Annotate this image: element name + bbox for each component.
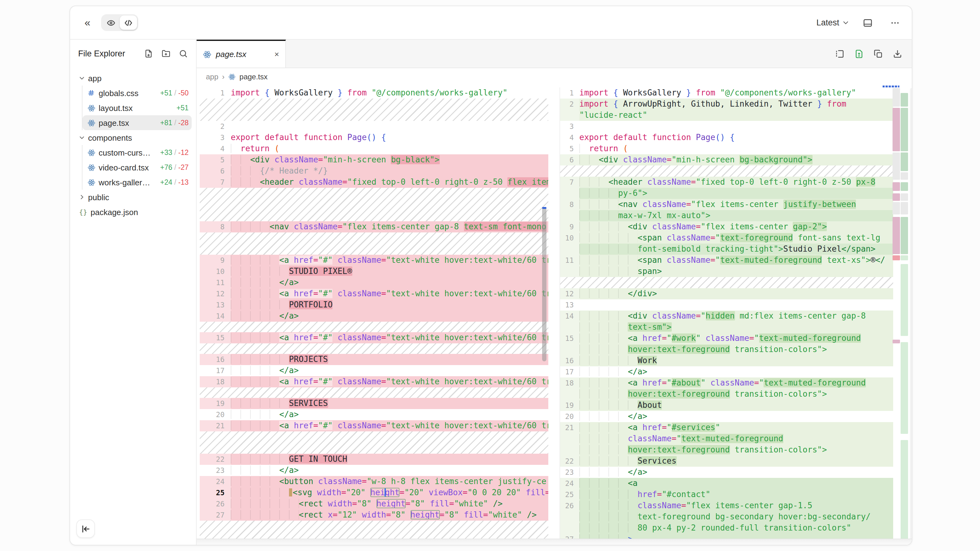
code-line[interactable]: 3 [560,121,893,132]
code-line[interactable]: 16 PROJECTS [200,354,548,365]
tab-page-tsx[interactable]: page.tsx × [197,40,286,68]
code-line[interactable]: 19 About [560,400,893,411]
code-line[interactable]: 18 <a href="#" className="text-white hov… [200,376,548,387]
collapsed-region[interactable] [200,232,548,255]
code-line[interactable]: 23 </a> [560,467,893,478]
code-line[interactable]: 19 SERVICES [200,398,548,409]
tree-file-custom-curs-[interactable]: custom-curs…+33 / -12 [83,145,192,160]
code-line[interactable]: 6 <div className="min-h-screen bg-backgr… [560,154,893,165]
code-line[interactable]: 24 <button className="w-8 h-8 flex items… [200,476,548,487]
collapsed-region[interactable] [200,431,548,454]
code-line[interactable]: 1import { WorksGallery } from "@/compone… [560,87,893,98]
preview-toggle-button[interactable] [102,16,120,30]
diff-minimap[interactable] [892,88,909,545]
code-wrap-row[interactable]: hover:text-foreground transition-colors"… [560,344,893,355]
collapsed-region[interactable] [200,322,548,332]
code-line[interactable]: 1import { WorksGallery } from "@/compone… [200,87,548,98]
code-line[interactable]: 14 <div className="hidden md:flex items-… [560,311,893,322]
code-wrap-row[interactable]: "lucide-react" [560,110,893,121]
tree-folder-components[interactable]: components [75,130,192,145]
new-folder-icon[interactable] [161,49,170,58]
code-line[interactable]: 2import { ArrowUpRight, Github, Linkedin… [560,98,893,110]
code-line[interactable]: 12 <a href="#" className="text-white hov… [200,288,548,299]
code-wrap-row[interactable]: 80 px-4 py-2 rounded-full transition-col… [560,522,893,534]
code-line[interactable]: 7 <header className="fixed top-0 left-0 … [200,177,548,188]
tree-folder-app[interactable]: app [75,71,192,86]
code-line[interactable]: 11 </a> [200,277,548,288]
code-wrap-row[interactable]: className="text-muted-foreground [560,433,893,445]
code-line[interactable]: 15 <a href="#work" className="text-muted… [560,333,893,344]
tree-file-package-json[interactable]: {}package.json [75,205,192,219]
diff-pane-old[interactable]: 1import { WorksGallery } from "@/compone… [200,87,548,539]
close-tab-icon[interactable]: × [274,50,279,58]
diff-pane-new[interactable]: 1import { WorksGallery } from "@/compone… [560,87,893,539]
search-icon[interactable] [179,49,188,58]
split-view-icon[interactable] [835,49,845,59]
code-line[interactable]: 27 <rect x="12" width="8" height="8" fil… [200,510,548,521]
code-line[interactable]: 17 </a> [560,366,893,378]
code-line[interactable]: 20 </a> [560,411,893,422]
code-line[interactable]: 12 </div> [560,288,893,299]
code-wrap-row[interactable]: hover:text-foreground transition-colors"… [560,445,893,456]
code-line[interactable]: 25 href="#contact" [560,489,893,500]
code-line[interactable]: 22 GET IN TOUCH [200,454,548,465]
tree-file-video-card-tsx[interactable]: video-card.tsx+76 / -27 [83,160,192,175]
code-wrap-row[interactable]: font-semibold tracking-tight">Studio Pix… [560,244,893,255]
collapsed-region[interactable] [200,387,548,398]
code-line[interactable]: 9 <a href="#" className="text-white hove… [200,255,548,266]
collapsed-region[interactable] [200,98,548,121]
code-line[interactable]: 10 <span className="text-foreground font… [560,232,893,244]
code-line[interactable]: 20 </a> [200,409,548,420]
code-line[interactable]: 23 </a> [200,465,548,476]
code-line[interactable]: 18 <a href="#about" className="text-mute… [560,378,893,389]
code-wrap-row[interactable]: text-foreground bg-secondary hover:bg-se… [560,511,893,522]
code-line[interactable]: 13 [560,299,893,311]
version-dropdown[interactable]: Latest [816,18,849,27]
file-diff-icon[interactable] [854,49,864,59]
code-line[interactable]: 9 <div className="flex items-center gap-… [560,221,893,232]
code-line[interactable]: 8 <nav className="flex items-center gap-… [200,221,548,232]
code-line[interactable]: 16 Work [560,355,893,366]
breadcrumb-parent[interactable]: app [206,73,218,81]
collapse-sidebar-button[interactable] [76,519,95,538]
code-line[interactable]: 6 {/* Header */} [200,165,548,177]
code-line[interactable]: 5 <div className="min-h-screen bg-black"… [200,154,548,165]
code-wrap-row[interactable]: hover:text-foreground transition-colors"… [560,389,893,400]
code-line[interactable]: 26 className="flex items-center gap-1.5 [560,500,893,511]
code-line[interactable]: 7 <header className="fixed top-0 left-0 … [560,177,893,188]
download-icon[interactable] [892,49,902,59]
code-wrap-row[interactable]: text-sm"> [560,322,893,333]
code-wrap-row[interactable]: py-6"> [560,188,893,199]
tree-file-globals-css[interactable]: globals.css+51 / -50 [83,86,192,100]
diff-editor[interactable]: 1import { WorksGallery } from "@/compone… [197,86,912,545]
collapse-panel-button[interactable]: « [78,14,95,31]
code-line[interactable]: 4export default function Page() { [560,132,893,143]
code-line[interactable]: 26 <rect width="8" height="8" fill="whit… [200,498,548,510]
code-line[interactable]: 21 <a href="#services" [560,422,893,433]
tree-file-page-tsx[interactable]: page.tsx+81 / -28 [83,115,192,130]
code-toggle-button[interactable] [120,16,137,30]
right-scrollbar-track[interactable] [910,88,912,542]
panel-bottom-button[interactable] [859,14,877,31]
code-line[interactable]: 3export default function Page() { [200,132,548,143]
code-line[interactable]: 13 PORTFOLIO [200,299,548,311]
collapsed-region[interactable] [200,343,548,354]
code-line[interactable]: 10 STUDIO PIXEL® [200,266,548,277]
code-line[interactable]: 2 [200,121,548,132]
code-line[interactable]: 8 <nav className="flex items-center just… [560,199,893,210]
code-line[interactable]: 5 return ( [560,143,893,154]
code-line[interactable]: 11 <span className="text-muted-foregroun… [560,255,893,266]
tree-file-layout-tsx[interactable]: layout.tsx+51 [83,100,192,115]
breadcrumb-file[interactable]: page.tsx [239,73,268,81]
code-line[interactable]: 4 return ( [200,143,548,154]
tree-folder-public[interactable]: public [75,190,192,205]
collapsed-region[interactable] [200,521,548,539]
new-file-icon[interactable] [144,49,153,58]
code-line[interactable]: 22 Services [560,456,893,467]
left-pane-scrollbar[interactable] [542,207,546,361]
collapsed-region[interactable] [200,188,548,221]
copy-icon[interactable] [873,49,883,59]
tree-file-works-galler-[interactable]: works-galler…+24 / -13 [83,175,192,190]
code-line[interactable]: 14 </a> [200,311,548,322]
more-options-button[interactable] [886,14,904,31]
